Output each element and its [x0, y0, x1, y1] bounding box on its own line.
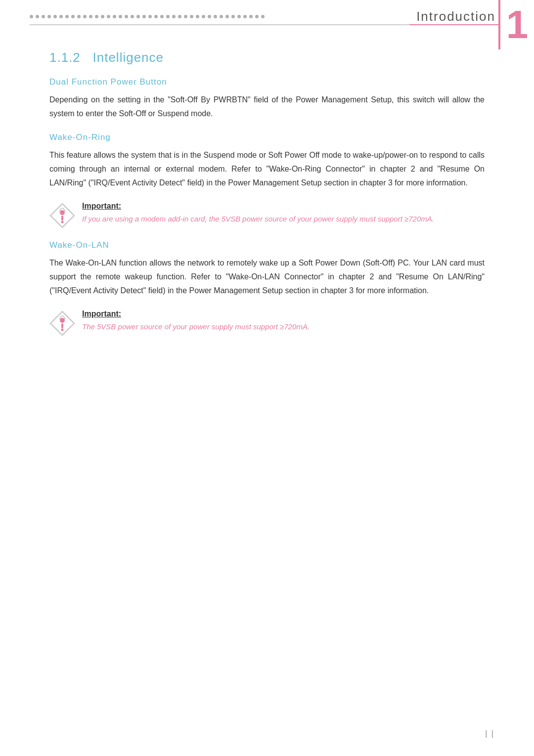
svg-point-7 — [61, 329, 64, 331]
svg-point-1 — [60, 210, 65, 215]
chapter-number-box: 1 — [498, 0, 534, 49]
header-bar: Introduction — [30, 0, 504, 24]
notice-text-2: The 5VSB power source of your power supp… — [82, 320, 485, 333]
svg-point-3 — [61, 221, 64, 223]
page-number: | | — [485, 729, 494, 738]
page-title: Introduction — [416, 9, 495, 24]
notice-text-1: If you are using a modem add-in card, th… — [82, 213, 485, 225]
body-text-wake-on-ring: This feature allows the system that is i… — [49, 148, 485, 190]
svg-rect-2 — [61, 216, 63, 221]
warning-icon-2 — [49, 311, 75, 336]
chapter-number: 1 — [506, 5, 529, 44]
body-text-power-button: Depending on the setting in the "Soft-Of… — [49, 93, 485, 121]
svg-rect-6 — [61, 323, 63, 328]
notice-title-2: Important: — [82, 310, 485, 318]
notice-content-1: Important: If you are using a modem add-… — [82, 202, 485, 225]
section-title: 1.1.2 Intelligence — [49, 50, 485, 65]
subsection-heading-power-button: Dual Function Power Button — [49, 77, 485, 87]
subsection-heading-wake-on-lan: Wake-On-LAN — [49, 240, 485, 250]
body-text-wake-on-lan: The Wake-On-LAN function allows the netw… — [49, 256, 485, 298]
notice-content-2: Important: The 5VSB power source of your… — [82, 310, 485, 333]
notice-box-2: Important: The 5VSB power source of your… — [49, 310, 485, 336]
subsection-heading-wake-on-ring: Wake-On-Ring — [49, 133, 485, 142]
warning-icon-1 — [49, 203, 75, 228]
svg-point-5 — [60, 318, 65, 323]
dots-decoration — [30, 15, 416, 18]
notice-title-1: Important: — [82, 202, 485, 211]
main-content: 1.1.2 Intelligence Dual Function Power B… — [0, 25, 534, 378]
notice-box-1: Important: If you are using a modem add-… — [49, 202, 485, 228]
